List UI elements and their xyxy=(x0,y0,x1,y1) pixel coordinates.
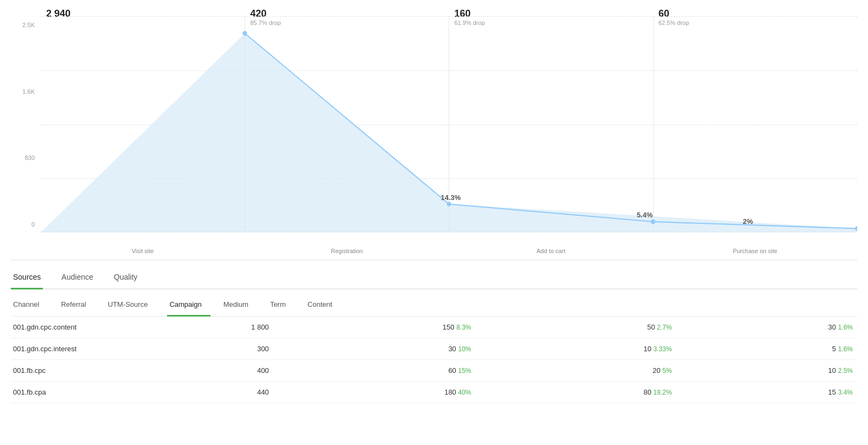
row-purchase: 30 1.6% xyxy=(676,317,857,338)
row-visits: 300 xyxy=(130,338,273,360)
row-visits: 440 xyxy=(130,382,273,403)
y-label-830: 830 xyxy=(11,154,38,161)
row-reg: 60 15% xyxy=(273,360,476,382)
stage-label-purchase: Purchase on site xyxy=(653,248,857,254)
row-cart-pct: 2.7% xyxy=(657,324,672,331)
row-name: 001.fb.cpc xyxy=(11,360,130,382)
pct-label-purchase: 2% xyxy=(743,217,753,225)
row-cart-pct: 3.33% xyxy=(653,345,672,353)
col-tab-utm-source[interactable]: UTM-Source xyxy=(106,296,157,317)
row-name: 001.fb.cpa xyxy=(11,382,130,403)
row-purchase: 10 2.5% xyxy=(676,360,857,382)
y-label-2500: 2.5K xyxy=(11,22,38,28)
col-tab-row: Channel Referral UTM-Source Campaign Med… xyxy=(11,289,857,317)
row-cart-pct: 18.2% xyxy=(653,389,672,396)
row-visits: 400 xyxy=(130,360,273,382)
col-tab-referral[interactable]: Referral xyxy=(59,296,94,317)
row-purchase-pct: 3.4% xyxy=(838,389,853,396)
stage-label-reg: Registration xyxy=(245,248,449,254)
row-cart-pct: 5% xyxy=(662,367,672,375)
col-tab-term[interactable]: Term xyxy=(268,296,295,317)
row-purchase-pct: 1.6% xyxy=(838,345,853,353)
pct-label-reg: 14.3% xyxy=(441,194,461,202)
row-purchase-pct: 1.6% xyxy=(838,324,853,331)
row-cart: 50 2.7% xyxy=(476,317,676,338)
row-name: 001.gdn.cpc.content xyxy=(11,317,130,338)
main-container: 2.5K 1.6K 830 0 2 940 420 85.7% drop 160… xyxy=(0,0,868,445)
row-reg: 150 8.3% xyxy=(273,317,476,338)
row-purchase: 5 1.6% xyxy=(676,338,857,360)
col-tab-medium[interactable]: Medium xyxy=(221,296,257,317)
row-visits: 1 800 xyxy=(130,317,273,338)
tab-quality[interactable]: Quality xyxy=(112,268,140,289)
stage-label-cart: Add to cart xyxy=(449,248,653,254)
y-label-1600: 1.6K xyxy=(11,88,38,95)
dot-visit xyxy=(242,31,247,35)
chart-inner: 2.5K 1.6K 830 0 2 940 420 85.7% drop 160… xyxy=(11,5,857,260)
table-row: 001.fb.cpc 400 60 15% 20 5% 10 2.5% xyxy=(11,360,857,382)
tabs-section: Sources Audience Quality Channel Referra… xyxy=(11,260,857,403)
row-name: 001.gdn.cpc.interest xyxy=(11,338,130,360)
dot-cart xyxy=(651,220,655,224)
row-cart: 10 3.33% xyxy=(476,338,676,360)
row-reg-pct: 8.3% xyxy=(456,324,471,331)
table-row: 001.gdn.cpc.interest 300 30 10% 10 3.33%… xyxy=(11,338,857,360)
row-reg-pct: 15% xyxy=(458,367,471,375)
row-reg: 30 10% xyxy=(273,338,476,360)
row-cart: 80 18.2% xyxy=(476,382,676,403)
row-purchase-pct: 2.5% xyxy=(838,367,853,375)
col-tab-content[interactable]: Content xyxy=(305,296,341,317)
col-tab-channel[interactable]: Channel xyxy=(11,296,48,317)
main-tab-row: Sources Audience Quality xyxy=(11,268,857,289)
y-label-0: 0 xyxy=(11,221,38,228)
stage-labels: Visit site Registration Add to cart Purc… xyxy=(41,248,857,254)
row-reg-pct: 40% xyxy=(458,389,471,396)
data-table: 001.gdn.cpc.content 1 800 150 8.3% 50 2.… xyxy=(11,317,857,403)
plot-area: 14.3% 5.4% 2% xyxy=(41,16,857,233)
y-axis: 2.5K 1.6K 830 0 xyxy=(11,22,38,228)
table-row: 001.fb.cpa 440 180 40% 80 18.2% 15 3.4% xyxy=(11,382,857,403)
tab-audience[interactable]: Audience xyxy=(59,268,95,289)
col-tab-campaign[interactable]: Campaign xyxy=(167,296,210,317)
table-row: 001.gdn.cpc.content 1 800 150 8.3% 50 2.… xyxy=(11,317,857,338)
tab-sources[interactable]: Sources xyxy=(11,268,43,289)
row-purchase: 15 3.4% xyxy=(676,382,857,403)
row-cart: 20 5% xyxy=(476,360,676,382)
row-reg: 180 40% xyxy=(273,382,476,403)
row-reg-pct: 10% xyxy=(458,345,471,353)
pct-label-cart: 5.4% xyxy=(637,211,653,219)
stage-label-visit: Visit site xyxy=(41,248,245,254)
dot-reg xyxy=(447,202,451,206)
funnel-chart: 2.5K 1.6K 830 0 2 940 420 85.7% drop 160… xyxy=(11,5,857,260)
